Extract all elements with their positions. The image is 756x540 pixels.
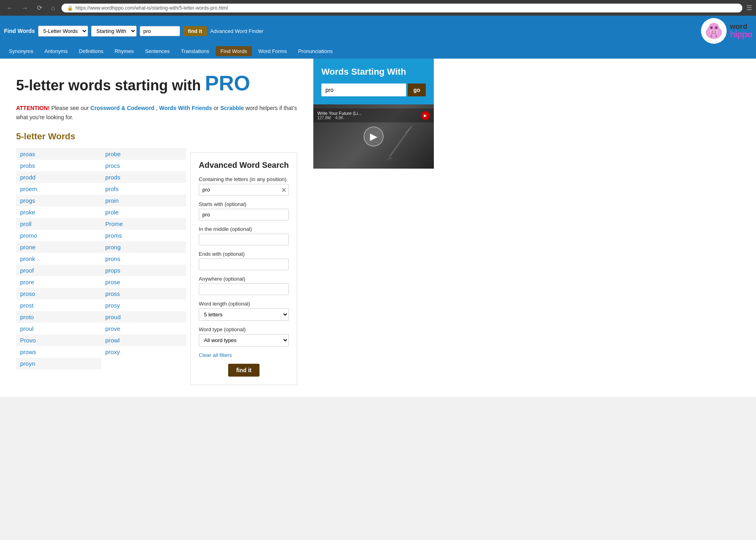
svg-point-9 bbox=[715, 27, 717, 29]
svg-rect-10 bbox=[711, 35, 712, 37]
title-prefix: 5-letter words starting with bbox=[16, 77, 205, 94]
word-item[interactable]: proof bbox=[16, 265, 101, 276]
svg-point-8 bbox=[711, 27, 712, 29]
word-length-select[interactable]: Any length 3 letters 4 letters 5 letters… bbox=[199, 308, 289, 321]
subnav-find-words[interactable]: Find Words bbox=[216, 46, 252, 56]
word-item[interactable]: proul bbox=[16, 323, 101, 334]
svg-point-13 bbox=[715, 31, 716, 33]
find-words-label: Find Words bbox=[4, 28, 35, 34]
word-item[interactable]: Provo bbox=[16, 334, 101, 346]
words-with-friends-link[interactable]: Words With Friends bbox=[159, 105, 212, 111]
middle-label: In the middle (optional) bbox=[199, 226, 289, 232]
browser-chrome: ← → ⟳ ⌂ 🔒 https://www.wordhippo.com/what… bbox=[0, 0, 756, 16]
lock-icon: 🔒 bbox=[67, 5, 73, 11]
word-item[interactable]: proud bbox=[101, 311, 186, 323]
word-item[interactable]: probs bbox=[16, 160, 101, 171]
subnav-synonyms[interactable]: Synonyms bbox=[4, 46, 38, 56]
attention-label: ATTENTION! bbox=[16, 105, 50, 111]
video-thumbnail: Write Your Future (Li... 127.8M 4.9K ▶ bbox=[313, 104, 434, 169]
subnav-translations[interactable]: Translations bbox=[176, 46, 214, 56]
word-item[interactable]: prole bbox=[101, 206, 186, 218]
advanced-find-button[interactable]: find it bbox=[228, 364, 259, 377]
video-box[interactable]: Write Your Future (Li... 127.8M 4.9K ▶ bbox=[313, 104, 434, 169]
subnav-antonyms[interactable]: Antonyms bbox=[40, 46, 73, 56]
video-title: Write Your Future (Li... bbox=[317, 111, 362, 116]
subnav-rhymes[interactable]: Rhymes bbox=[110, 46, 139, 56]
word-item[interactable]: proem bbox=[16, 183, 101, 195]
subnav-definitions[interactable]: Definitions bbox=[74, 46, 108, 56]
words-starting-go-btn[interactable]: go bbox=[408, 84, 426, 96]
anywhere-input[interactable] bbox=[199, 283, 289, 295]
word-item[interactable]: prosy bbox=[101, 300, 186, 311]
word-type-select[interactable]: 5-Letter Words 4-Letter Words 6-Letter W… bbox=[38, 26, 88, 37]
word-item[interactable]: pross bbox=[101, 288, 186, 300]
url-bar[interactable]: 🔒 https://www.wordhippo.com/what-is/star… bbox=[61, 4, 742, 12]
search-input[interactable] bbox=[140, 26, 180, 36]
word-item[interactable]: pronk bbox=[16, 253, 101, 265]
svg-marker-15 bbox=[386, 157, 394, 161]
words-list: proasprobeprobsprocsproddprodsproemprofs… bbox=[16, 148, 186, 385]
scrabble-link[interactable]: Scrabble bbox=[220, 105, 244, 111]
word-item[interactable]: prows bbox=[16, 346, 101, 358]
word-item[interactable]: promo bbox=[16, 230, 101, 241]
clear-filters-link[interactable]: Clear all filters bbox=[199, 352, 289, 358]
word-item[interactable]: proas bbox=[16, 148, 101, 160]
video-views: 127.8M bbox=[317, 116, 331, 120]
word-item[interactable]: prone bbox=[16, 241, 101, 253]
word-item[interactable]: prons bbox=[101, 253, 186, 265]
criteria-select[interactable]: Starting With Ending With Containing bbox=[91, 26, 137, 37]
home-button[interactable]: ⌂ bbox=[49, 4, 57, 12]
sidebar-right: Words Starting With go Write Your Future… bbox=[313, 59, 434, 397]
ends-with-input[interactable] bbox=[199, 259, 289, 270]
svg-rect-11 bbox=[715, 35, 717, 37]
word-item[interactable]: prodd bbox=[16, 171, 101, 183]
word-item[interactable]: proll bbox=[16, 218, 101, 230]
back-button[interactable]: ← bbox=[4, 4, 15, 12]
words-starting-input[interactable] bbox=[321, 84, 406, 96]
word-item[interactable]: proms bbox=[101, 230, 186, 241]
video-pen-graphic bbox=[378, 124, 426, 165]
starts-with-input[interactable] bbox=[199, 209, 289, 220]
word-item[interactable]: props bbox=[101, 265, 186, 276]
word-item[interactable]: Prome bbox=[101, 218, 186, 230]
word-item[interactable]: prore bbox=[16, 276, 101, 288]
word-item[interactable]: prove bbox=[101, 323, 186, 334]
word-item[interactable]: proso bbox=[16, 288, 101, 300]
word-item[interactable]: proxy bbox=[101, 346, 186, 358]
word-item[interactable]: progs bbox=[16, 195, 101, 206]
word-item[interactable]: proin bbox=[101, 195, 186, 206]
advanced-word-finder-link[interactable]: Advanced Word Finder bbox=[210, 28, 264, 34]
words-starting-box: Words Starting With go bbox=[313, 59, 434, 104]
forward-button[interactable]: → bbox=[19, 4, 31, 12]
word-type-label: Word type (optional) bbox=[199, 326, 289, 332]
word-type-select-adv[interactable]: All word types Nouns Verbs Adjectives Ad… bbox=[199, 334, 289, 346]
containing-clear-btn[interactable]: ✕ bbox=[281, 186, 286, 194]
attention-box: ATTENTION! Please see our Crossword & Co… bbox=[16, 104, 297, 122]
containing-input[interactable] bbox=[199, 184, 289, 196]
word-item[interactable]: probe bbox=[101, 148, 186, 160]
top-toolbar: Find Words 5-Letter Words 4-Letter Words… bbox=[0, 16, 756, 46]
word-item[interactable]: prods bbox=[101, 171, 186, 183]
browser-menu[interactable]: ☰ bbox=[746, 4, 752, 12]
word-item[interactable]: procs bbox=[101, 160, 186, 171]
word-item[interactable]: prowl bbox=[101, 334, 186, 346]
find-it-button[interactable]: find it bbox=[183, 26, 207, 36]
word-item[interactable]: prost bbox=[16, 300, 101, 311]
attention-text: Please see our bbox=[51, 105, 90, 111]
word-item[interactable]: proke bbox=[16, 206, 101, 218]
word-item[interactable]: proto bbox=[16, 311, 101, 323]
subnav-word-forms[interactable]: Word Forms bbox=[253, 46, 292, 56]
words-and-search: proasprobeprobsprocsproddprodsproemprofs… bbox=[16, 148, 297, 385]
word-item[interactable]: profs bbox=[101, 183, 186, 195]
word-item[interactable]: proyn bbox=[16, 358, 101, 369]
subnav-sentences[interactable]: Sentences bbox=[140, 46, 174, 56]
video-stats: 127.8M 4.9K bbox=[317, 116, 362, 120]
crossword-link[interactable]: Crossword & Codeword bbox=[90, 105, 154, 111]
subnav-pronunciations[interactable]: Pronunciations bbox=[293, 46, 337, 56]
containing-label: Containing the letters (in any position) bbox=[199, 176, 289, 182]
middle-input[interactable] bbox=[199, 234, 289, 245]
reload-button[interactable]: ⟳ bbox=[35, 3, 45, 12]
ends-with-label: Ends with (optional) bbox=[199, 251, 289, 257]
word-item[interactable]: prose bbox=[101, 276, 186, 288]
word-item[interactable]: prong bbox=[101, 241, 186, 253]
